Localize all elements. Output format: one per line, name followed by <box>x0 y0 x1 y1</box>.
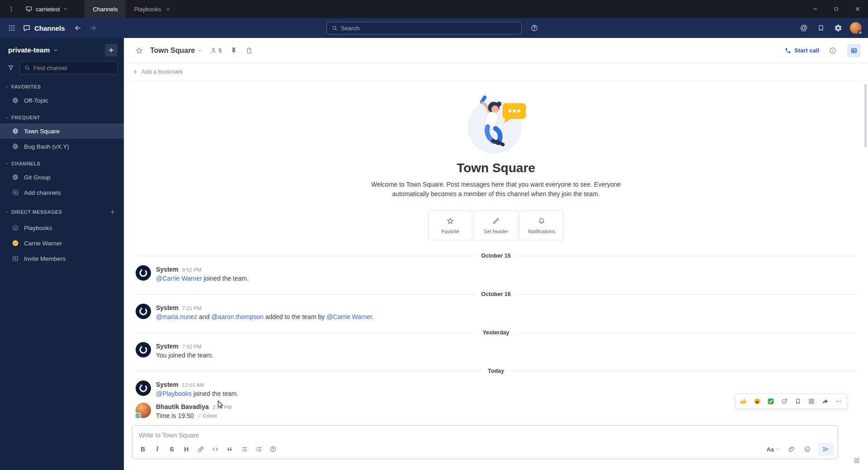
more-actions-button[interactable] <box>832 395 845 407</box>
notifications-button[interactable]: Notifications <box>519 210 564 240</box>
favorite-button[interactable]: Favorite <box>428 210 472 240</box>
mention-link[interactable]: @maria.nunez <box>156 313 197 320</box>
formatting-toggle-button[interactable]: Aa <box>764 443 783 456</box>
bulleted-list-button[interactable] <box>237 443 251 456</box>
scrollbar-thumb[interactable] <box>864 84 867 147</box>
emoji-picker-button[interactable] <box>801 443 814 456</box>
add-bookmark-button[interactable]: Add a bookmark <box>132 69 183 75</box>
star-icon <box>446 217 454 225</box>
add-channels-plus-button[interactable] <box>105 44 118 56</box>
maximize-button[interactable] <box>826 0 847 18</box>
sidebar-item-carrie-warner[interactable]: Carrie Warner <box>0 235 124 251</box>
sidebar-section-frequent[interactable]: FREQUENT <box>0 108 124 123</box>
add-direct-message-button[interactable] <box>108 207 118 217</box>
message-author[interactable]: System <box>156 381 179 389</box>
attach-file-button[interactable] <box>785 443 798 456</box>
sidebar-item-town-square[interactable]: Town Square <box>0 123 124 139</box>
sidebar-item-off-topic[interactable]: Off-Topic <box>0 93 124 108</box>
mention-link[interactable]: @Playbooks <box>156 390 192 397</box>
channel-menu-button[interactable]: Town Square <box>147 47 205 55</box>
message-author[interactable]: Bhautik Bavadiya <box>156 403 209 411</box>
sidebar-item-playbooks[interactable]: Playbooks <box>0 220 124 235</box>
boards-toggle-button[interactable] <box>847 44 861 57</box>
code-button[interactable] <box>208 443 222 456</box>
saved-messages-button[interactable] <box>814 21 828 35</box>
settings-button[interactable] <box>831 21 845 35</box>
sidebar-item-add-channels[interactable]: Add channels <box>0 185 124 200</box>
close-icon[interactable] <box>165 6 171 12</box>
phone-icon <box>785 47 791 54</box>
date-label: Yesterday <box>477 328 514 337</box>
system-avatar[interactable] <box>136 342 151 357</box>
pinned-posts-button[interactable] <box>226 43 241 58</box>
message-timestamp[interactable]: 2:14 PM <box>212 403 232 411</box>
find-channel-input[interactable] <box>33 65 113 71</box>
system-avatar[interactable] <box>136 304 151 319</box>
find-channel-box[interactable] <box>19 61 118 75</box>
italic-button[interactable]: I <box>151 443 164 456</box>
minimize-button[interactable] <box>804 0 826 18</box>
mention-link[interactable]: @Carrie Warner <box>326 313 372 320</box>
history-forward-button[interactable] <box>86 21 100 35</box>
bell-icon <box>538 217 546 225</box>
user-avatar[interactable] <box>136 403 151 418</box>
channel-members-button[interactable]: 5 <box>206 43 225 58</box>
message-input[interactable] <box>132 426 838 441</box>
sidebar-item-git-group[interactable]: Git Group <box>0 169 124 185</box>
message-author[interactable]: System <box>156 304 179 312</box>
help-button[interactable] <box>527 21 542 35</box>
message-apps-button[interactable] <box>805 395 818 407</box>
search-icon <box>24 65 30 71</box>
search-box[interactable] <box>326 22 522 34</box>
quick-reaction-grinning-smile-button[interactable] <box>751 395 764 407</box>
server-selector[interactable]: carrietest <box>20 0 74 18</box>
sidebar-section-favorites[interactable]: FAVORITES <box>0 77 124 93</box>
message-timestamp[interactable]: 12:01 AM <box>182 381 204 389</box>
send-message-button[interactable] <box>818 443 834 456</box>
message-timestamp[interactable]: 9:52 PM <box>182 266 202 274</box>
product-switcher-button[interactable] <box>5 21 19 35</box>
add-reaction-button[interactable] <box>778 395 791 407</box>
app-menu-button[interactable] <box>3 0 20 18</box>
mention-link[interactable]: @aaron.thompson <box>211 313 263 320</box>
save-message-button[interactable] <box>792 395 804 407</box>
bold-button[interactable]: B <box>136 443 150 456</box>
message-timestamp[interactable]: 7:21 PM <box>182 304 202 312</box>
quick-reaction-thumbs-up-button[interactable] <box>737 395 750 407</box>
message-author[interactable]: System <box>156 342 179 350</box>
message-timestamp[interactable]: 7:52 PM <box>182 343 202 351</box>
heading-button[interactable]: H <box>179 443 193 456</box>
set-header-button[interactable]: Set header <box>474 210 518 240</box>
formatting-help-button[interactable] <box>266 443 280 456</box>
window-tab-channels[interactable]: Channels <box>85 0 126 18</box>
history-back-button[interactable] <box>71 21 85 35</box>
reply-button[interactable] <box>819 395 831 407</box>
window-tab-playbooks[interactable]: Playbooks <box>126 0 179 18</box>
user-avatar[interactable] <box>850 22 862 34</box>
team-menu-button[interactable]: private-team <box>8 46 58 54</box>
apps-corner-button[interactable] <box>851 455 863 466</box>
start-call-button[interactable]: Start call <box>780 44 824 57</box>
mention-link[interactable]: @Carrie Warner <box>156 275 202 282</box>
sidebar-section-direct-messages[interactable]: DIRECT MESSAGES <box>0 200 124 220</box>
recent-mentions-button[interactable]: @ <box>797 21 811 35</box>
system-avatar[interactable] <box>136 381 151 396</box>
strikethrough-button[interactable]: S <box>165 443 179 456</box>
close-button[interactable] <box>847 0 868 18</box>
link-button[interactable] <box>194 443 208 456</box>
message-author[interactable]: System <box>156 265 179 273</box>
channel-filter-button[interactable] <box>5 61 17 74</box>
search-input[interactable] <box>341 25 517 32</box>
favorite-channel-button[interactable] <box>132 43 146 58</box>
quote-button[interactable] <box>223 443 236 456</box>
numbered-list-button[interactable]: 123 <box>252 443 265 456</box>
system-avatar[interactable] <box>136 265 151 281</box>
quick-reaction-check-mark-button[interactable] <box>764 395 777 407</box>
channel-info-button[interactable] <box>826 43 840 58</box>
save-message-icon <box>794 398 802 405</box>
channel-name: Playbooks <box>24 225 52 231</box>
sidebar-section-channels[interactable]: CHANNELS <box>0 154 124 169</box>
sidebar-item-bug-bash-vx-y[interactable]: Bug Bash (vX.Y) <box>0 139 124 154</box>
sidebar-item-invite-members[interactable]: Invite Members <box>0 251 124 266</box>
channel-files-button[interactable] <box>242 43 256 58</box>
